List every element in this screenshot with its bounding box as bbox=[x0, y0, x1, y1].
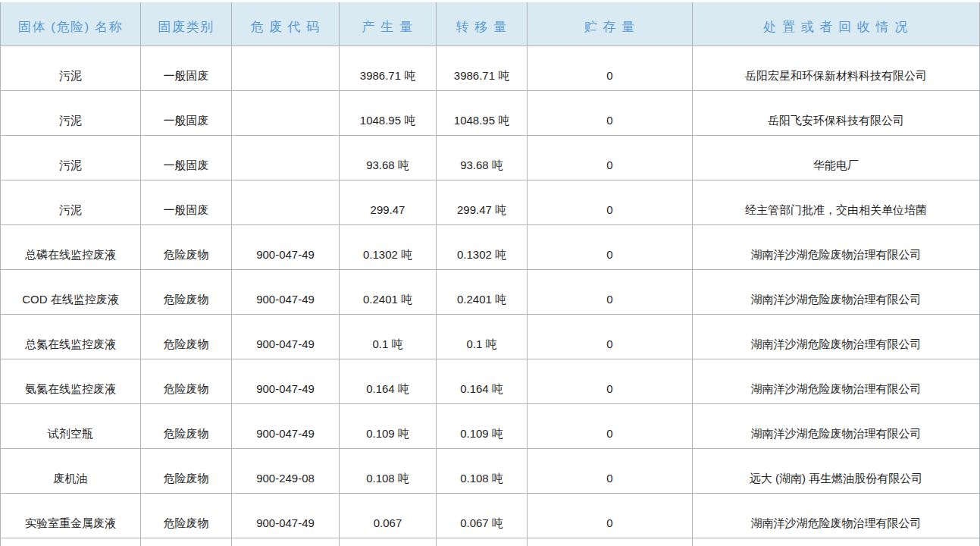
cell-disposal: 湖南洋沙湖危险废物治理有限公司 bbox=[693, 494, 980, 538]
cell-disposal: 湖南洋沙湖危险废物治理有限公司 bbox=[693, 404, 980, 449]
table-row: 污泥 一般固废 93.68 吨 93.68 吨 0 华能电厂 bbox=[1, 136, 980, 180]
cell-transferred: 0.164 吨 bbox=[437, 359, 528, 404]
cell-transferred: 0 bbox=[437, 538, 528, 546]
table-row: COD 在线监控废液 危险废物 900-047-49 0.2401 吨 0.24… bbox=[1, 270, 980, 315]
cell-produced: 299.47 bbox=[340, 180, 437, 225]
cell-stored: 0 bbox=[528, 180, 693, 225]
cell-transferred: 1048.95 吨 bbox=[437, 91, 528, 136]
cell-produced: 0.1302 吨 bbox=[340, 225, 437, 270]
table-row: 总磷在线监控废液 危险废物 900-047-49 0.1302 吨 0.1302… bbox=[1, 225, 980, 270]
column-header-produced: 产 生 量 bbox=[340, 2, 437, 46]
cell-disposal: 因湖南省内暂无废紫外线灯管处置单位，现暂存于危废 暂存间。 bbox=[693, 538, 980, 546]
cell-produced: 0.0105 吨 bbox=[340, 538, 437, 546]
cell-code: 900-047-49 bbox=[232, 494, 340, 538]
table-row: 污泥 一般固废 299.47 299.47 吨 0 经主管部门批准，交由相关单位… bbox=[1, 180, 980, 225]
cell-produced: 0.067 bbox=[340, 494, 437, 538]
cell-code: 900-023-29 bbox=[232, 538, 340, 546]
cell-name: 污泥 bbox=[1, 46, 141, 91]
cell-code: 900-249-08 bbox=[232, 449, 340, 494]
cell-transferred: 0.067 吨 bbox=[437, 494, 528, 538]
cell-produced: 0.164 吨 bbox=[340, 359, 437, 404]
column-header-name: 固体 (危险) 名称 bbox=[1, 2, 141, 46]
cell-code bbox=[232, 46, 340, 91]
table-row: 废紫外灯管 危险废物 900-023-29 0.0105 吨 0 0.0415 … bbox=[1, 538, 980, 546]
table-row: 实验室重金属废液 危险废物 900-047-49 0.067 0.067 吨 0… bbox=[1, 494, 980, 538]
table-row: 废机油 危险废物 900-249-08 0.108 吨 0.108 吨 0 远大… bbox=[1, 449, 980, 494]
cell-category: 危险废物 bbox=[141, 404, 232, 449]
cell-code: 900-047-49 bbox=[232, 359, 340, 404]
cell-category: 一般固废 bbox=[141, 180, 232, 225]
solid-waste-table: 固体 (危险) 名称 固废类别 危 废 代 码 产 生 量 转 移 量 贮 存 … bbox=[0, 0, 980, 546]
cell-produced: 0.108 吨 bbox=[340, 449, 437, 494]
table-row: 总氮在线监控废液 危险废物 900-047-49 0.1 吨 0.1 吨 0 湖… bbox=[1, 315, 980, 359]
cell-name: 试剂空瓶 bbox=[1, 404, 141, 449]
cell-disposal: 华能电厂 bbox=[693, 136, 980, 180]
table-row: 污泥 一般固废 1048.95 吨 1048.95 吨 0 岳阳飞安环保科技有限… bbox=[1, 91, 980, 136]
column-header-category: 固废类别 bbox=[141, 2, 232, 46]
cell-name: 实验室重金属废液 bbox=[1, 494, 141, 538]
cell-code: 900-047-49 bbox=[232, 315, 340, 359]
cell-disposal: 远大 (湖南) 再生燃油股份有限公司 bbox=[693, 449, 980, 494]
column-header-transferred: 转 移 量 bbox=[437, 2, 528, 46]
cell-name: 废机油 bbox=[1, 449, 141, 494]
cell-category: 危险废物 bbox=[141, 225, 232, 270]
cell-transferred: 0.1 吨 bbox=[437, 315, 528, 359]
cell-category: 危险废物 bbox=[141, 538, 232, 546]
cell-transferred: 3986.71 吨 bbox=[437, 46, 528, 91]
cell-stored: 0 bbox=[528, 315, 693, 359]
cell-stored: 0 bbox=[528, 449, 693, 494]
cell-disposal: 湖南洋沙湖危险废物治理有限公司 bbox=[693, 225, 980, 270]
cell-name: 污泥 bbox=[1, 91, 141, 136]
cell-category: 危险废物 bbox=[141, 270, 232, 315]
cell-stored: 0.0415 吨 (截止于 2022 年 5 月产生合计) bbox=[528, 538, 693, 546]
cell-produced: 0.2401 吨 bbox=[340, 270, 437, 315]
cell-code bbox=[232, 136, 340, 180]
cell-category: 一般固废 bbox=[141, 136, 232, 180]
cell-category: 一般固废 bbox=[141, 91, 232, 136]
cell-name: COD 在线监控废液 bbox=[1, 270, 141, 315]
table-row: 试剂空瓶 危险废物 900-047-49 0.109 吨 0.109 吨 0 湖… bbox=[1, 404, 980, 449]
cell-name: 污泥 bbox=[1, 180, 141, 225]
cell-produced: 3986.71 吨 bbox=[340, 46, 437, 91]
column-header-stored: 贮 存 量 bbox=[528, 2, 693, 46]
cell-disposal: 岳阳宏星和环保新材料科技有限公司 bbox=[693, 46, 980, 91]
cell-stored: 0 bbox=[528, 404, 693, 449]
cell-category: 危险废物 bbox=[141, 359, 232, 404]
cell-transferred: 0.108 吨 bbox=[437, 449, 528, 494]
cell-code: 900-047-49 bbox=[232, 270, 340, 315]
cell-name: 总氮在线监控废液 bbox=[1, 315, 141, 359]
cell-name: 废紫外灯管 bbox=[1, 538, 141, 546]
cell-stored: 0 bbox=[528, 494, 693, 538]
cell-disposal: 湖南洋沙湖危险废物治理有限公司 bbox=[693, 270, 980, 315]
cell-name: 氨氮在线监控废液 bbox=[1, 359, 141, 404]
cell-produced: 0.1 吨 bbox=[340, 315, 437, 359]
cell-category: 危险废物 bbox=[141, 315, 232, 359]
cell-name: 污泥 bbox=[1, 136, 141, 180]
table-row: 污泥 一般固废 3986.71 吨 3986.71 吨 0 岳阳宏星和环保新材料… bbox=[1, 46, 980, 91]
header-row: 固体 (危险) 名称 固废类别 危 废 代 码 产 生 量 转 移 量 贮 存 … bbox=[1, 2, 980, 46]
cell-name: 总磷在线监控废液 bbox=[1, 225, 141, 270]
cell-produced: 1048.95 吨 bbox=[340, 91, 437, 136]
cell-transferred: 299.47 吨 bbox=[437, 180, 528, 225]
cell-stored: 0 bbox=[528, 46, 693, 91]
cell-transferred: 0.109 吨 bbox=[437, 404, 528, 449]
cell-disposal: 湖南洋沙湖危险废物治理有限公司 bbox=[693, 359, 980, 404]
column-header-code: 危 废 代 码 bbox=[232, 2, 340, 46]
cell-code bbox=[232, 91, 340, 136]
column-header-disposal: 处 置 或 者 回 收 情 况 bbox=[693, 2, 980, 46]
cell-disposal: 经主管部门批准，交由相关单位培菌 bbox=[693, 180, 980, 225]
cell-stored: 0 bbox=[528, 91, 693, 136]
cell-transferred: 0.1302 吨 bbox=[437, 225, 528, 270]
cell-stored: 0 bbox=[528, 225, 693, 270]
cell-produced: 0.109 吨 bbox=[340, 404, 437, 449]
cell-code: 900-047-49 bbox=[232, 225, 340, 270]
cell-disposal: 湖南洋沙湖危险废物治理有限公司 bbox=[693, 315, 980, 359]
cell-category: 危险废物 bbox=[141, 494, 232, 538]
cell-category: 危险废物 bbox=[141, 449, 232, 494]
cell-transferred: 93.68 吨 bbox=[437, 136, 528, 180]
table-row: 氨氮在线监控废液 危险废物 900-047-49 0.164 吨 0.164 吨… bbox=[1, 359, 980, 404]
cell-stored: 0 bbox=[528, 136, 693, 180]
cell-transferred: 0.2401 吨 bbox=[437, 270, 528, 315]
cell-category: 一般固废 bbox=[141, 46, 232, 91]
cell-disposal: 岳阳飞安环保科技有限公司 bbox=[693, 91, 980, 136]
